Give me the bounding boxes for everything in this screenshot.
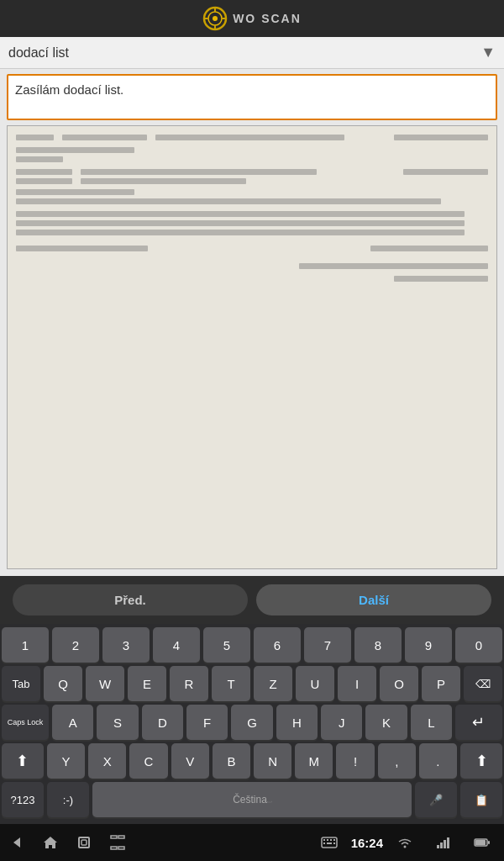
main-content: dodací list ▼ Zasílám dodací list. (0, 37, 504, 576)
enter-key[interactable]: ↵ (455, 705, 502, 740)
svg-rect-11 (111, 836, 117, 838)
caps-lock-key[interactable]: Caps Lock (2, 705, 49, 740)
key-0[interactable]: 0 (455, 627, 502, 663)
keyboard-icon[interactable] (312, 826, 346, 859)
key-comma[interactable]: , (378, 743, 416, 779)
clipboard-key[interactable]: 📋 (460, 782, 502, 817)
keyboard: 1 2 3 4 5 6 7 8 9 0 Tab Q W E R T Z U I … (0, 624, 504, 824)
key-s[interactable]: S (97, 705, 138, 740)
svg-rect-25 (440, 843, 443, 848)
key-q[interactable]: Q (44, 666, 82, 701)
dropdown-container[interactable]: dodací list ▼ (0, 37, 504, 69)
asdf-row: Caps Lock A S D F G H J K L ↵ (2, 705, 502, 740)
svg-rect-14 (118, 847, 124, 849)
key-i[interactable]: I (338, 666, 376, 701)
key-d[interactable]: D (142, 705, 183, 740)
app-title: WO SCAN (233, 12, 302, 25)
input-text: Zasílám dodací list. (15, 82, 123, 97)
svg-rect-27 (447, 837, 449, 848)
logo-container: WO SCAN (202, 6, 302, 31)
key-l[interactable]: L (411, 705, 452, 740)
key-j[interactable]: J (321, 705, 362, 740)
svg-rect-10 (81, 840, 87, 845)
recents-icon[interactable] (67, 826, 101, 859)
key-m[interactable]: M (295, 743, 333, 779)
svg-rect-19 (333, 839, 335, 841)
signal-icon (427, 826, 460, 859)
next-button[interactable]: Další (256, 584, 491, 615)
key-a[interactable]: A (52, 705, 93, 740)
key-h[interactable]: H (276, 705, 318, 740)
key-8[interactable]: 8 (354, 627, 402, 663)
key-p[interactable]: P (422, 666, 460, 701)
svg-rect-20 (323, 843, 325, 844)
key-9[interactable]: 9 (405, 627, 452, 663)
key-u[interactable]: U (296, 666, 334, 701)
svg-rect-12 (118, 836, 124, 838)
prev-button[interactable]: Před. (13, 584, 248, 615)
battery-icon (465, 826, 499, 859)
svg-rect-26 (444, 840, 446, 848)
nav-buttons: Před. Další (0, 576, 504, 624)
svg-rect-16 (323, 839, 325, 841)
key-e[interactable]: E (128, 666, 166, 701)
qwerty-row: Tab Q W E R T Z U I O P ⌫ (2, 666, 502, 701)
right-shift-key[interactable]: ⬆ (460, 743, 502, 779)
key-g[interactable]: G (231, 705, 272, 740)
key-o[interactable]: O (380, 666, 418, 701)
key-6[interactable]: 6 (254, 627, 301, 663)
svg-rect-24 (437, 845, 439, 848)
key-exclaim[interactable]: ! (336, 743, 374, 779)
key-x[interactable]: X (88, 743, 126, 779)
status-time: 16:24 (351, 836, 383, 850)
key-w[interactable]: W (86, 666, 124, 701)
key-7[interactable]: 7 (304, 627, 351, 663)
svg-rect-29 (475, 840, 486, 845)
key-b[interactable]: B (213, 743, 250, 779)
wifi-icon (388, 826, 422, 859)
key-c[interactable]: C (129, 743, 167, 779)
svg-point-2 (213, 16, 218, 21)
back-icon[interactable] (0, 826, 34, 859)
scan-icon (202, 6, 228, 31)
microphone-key[interactable]: 🎤 (415, 782, 457, 817)
key-f[interactable]: F (186, 705, 228, 740)
space-label: Čeština (233, 794, 267, 806)
svg-rect-18 (330, 839, 332, 841)
key-n[interactable]: N (254, 743, 291, 779)
key-k[interactable]: K (365, 705, 407, 740)
dropdown-label: dodací list (8, 45, 69, 61)
key-period[interactable]: . (419, 743, 457, 779)
key-1[interactable]: 1 (2, 627, 49, 663)
backspace-key[interactable]: ⌫ (464, 666, 502, 701)
key-z[interactable]: Z (254, 666, 292, 701)
key-2[interactable]: 2 (52, 627, 99, 663)
key-t[interactable]: T (212, 666, 250, 701)
emoji-key[interactable]: :-) (47, 782, 89, 817)
key-v[interactable]: V (171, 743, 209, 779)
top-bar: WO SCAN (0, 0, 504, 37)
screenshot-icon[interactable] (101, 826, 134, 859)
text-input-area[interactable]: Zasílám dodací list. (7, 74, 497, 120)
key-3[interactable]: 3 (102, 627, 150, 663)
number-row: 1 2 3 4 5 6 7 8 9 0 (2, 627, 502, 663)
key-5[interactable]: 5 (203, 627, 250, 663)
document-image (7, 125, 497, 569)
tab-key[interactable]: Tab (2, 666, 40, 701)
key-4[interactable]: 4 (153, 627, 200, 663)
svg-rect-9 (79, 837, 89, 848)
svg-rect-21 (327, 843, 332, 844)
svg-rect-30 (488, 841, 490, 844)
numbers-key[interactable]: ?123 (2, 782, 44, 817)
caps-lock-label: Caps Lock (8, 718, 44, 727)
svg-rect-22 (333, 843, 335, 844)
left-shift-key[interactable]: ⬆ (2, 743, 44, 779)
key-r[interactable]: R (170, 666, 208, 701)
bottom-bar: 16:24 (0, 824, 504, 861)
svg-marker-7 (13, 837, 20, 848)
chevron-down-icon: ▼ (480, 44, 496, 61)
key-y[interactable]: Y (47, 743, 85, 779)
space-key[interactable]: Čeština ⎵ (92, 782, 412, 817)
home-icon[interactable] (34, 826, 67, 859)
svg-rect-17 (327, 839, 328, 841)
